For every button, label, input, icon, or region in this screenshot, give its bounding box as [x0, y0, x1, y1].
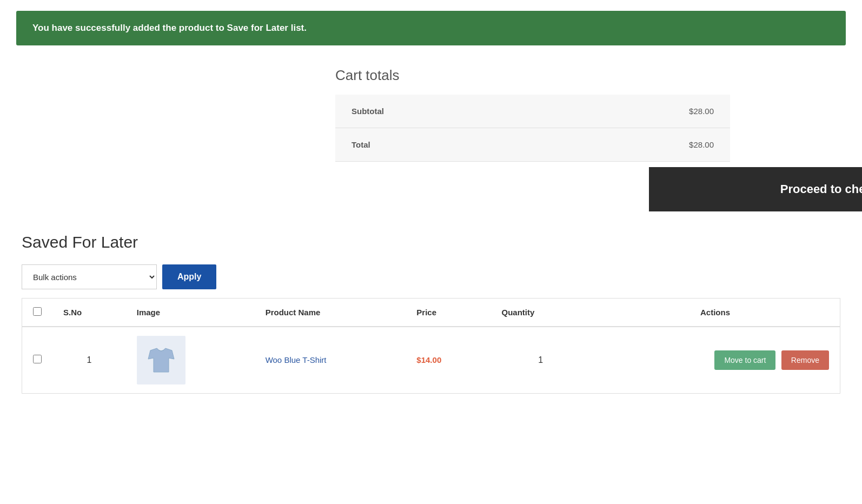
subtotal-label: Subtotal: [335, 95, 545, 128]
row-quantity: 1: [491, 327, 591, 394]
sno-header: S.No: [52, 299, 126, 327]
image-header: Image: [126, 299, 255, 327]
actions-header: Actions: [591, 299, 840, 327]
row-product-name: Woo Blue T-Shirt: [255, 327, 406, 394]
select-all-header: [22, 299, 53, 327]
product-price: $14.00: [416, 355, 441, 364]
product-link[interactable]: Woo Blue T-Shirt: [266, 355, 327, 364]
table-row: 1 Woo Blue T-Shirt: [22, 327, 840, 394]
subtotal-value: $28.00: [545, 95, 730, 128]
subtotal-row: Subtotal $28.00: [335, 95, 730, 128]
quantity-header: Quantity: [491, 299, 591, 327]
t-shirt-icon: [145, 344, 177, 376]
total-value: $28.00: [545, 128, 730, 162]
success-message: You have successfully added the product …: [32, 23, 307, 33]
row-price: $14.00: [406, 327, 490, 394]
apply-button[interactable]: Apply: [162, 264, 216, 289]
total-row: Total $28.00: [335, 128, 730, 162]
row-sno: 1: [52, 327, 126, 394]
table-header-row: S.No Image Product Name Price Quantity A…: [22, 299, 840, 327]
saved-for-later-title: Saved For Later: [22, 233, 840, 251]
cart-totals-section: Cart totals Subtotal $28.00 Total $28.00…: [335, 67, 840, 211]
cart-totals-table: Subtotal $28.00 Total $28.00: [335, 95, 730, 162]
saved-for-later-table: S.No Image Product Name Price Quantity A…: [22, 298, 840, 394]
row-image-cell: [126, 327, 255, 394]
row-checkbox[interactable]: [33, 355, 42, 363]
bulk-actions-row: Bulk actions Apply: [22, 264, 840, 289]
success-banner: You have successfully added the product …: [16, 11, 846, 45]
select-all-checkbox[interactable]: [33, 307, 42, 316]
saved-for-later-section: Saved For Later Bulk actions Apply S.No …: [22, 233, 840, 394]
move-to-cart-button[interactable]: Move to cart: [714, 350, 775, 370]
total-label: Total: [335, 128, 545, 162]
remove-button[interactable]: Remove: [781, 350, 829, 370]
cart-totals-title: Cart totals: [335, 67, 840, 84]
price-header: Price: [406, 299, 490, 327]
proceed-to-checkout-button[interactable]: Proceed to checkout →: [649, 167, 862, 211]
row-checkbox-cell: [22, 327, 53, 394]
product-image: [137, 336, 185, 384]
row-actions: Move to cart Remove: [591, 327, 840, 394]
bulk-actions-select[interactable]: Bulk actions: [22, 264, 157, 289]
product-name-header: Product Name: [255, 299, 406, 327]
